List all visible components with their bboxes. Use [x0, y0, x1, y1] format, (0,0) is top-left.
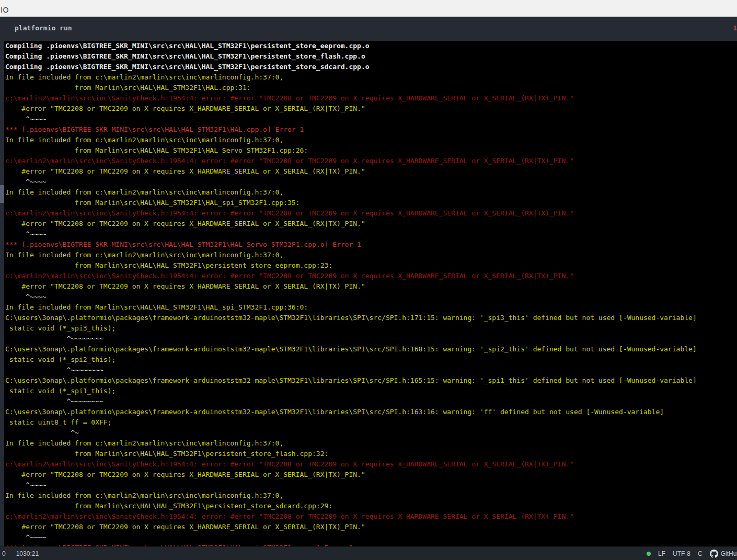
encoding-indicator[interactable]: UTF-8: [673, 550, 690, 557]
app-window: IO platformio run 15 Compiling .pioenvs\…: [0, 0, 737, 560]
terminal-line: static uint8_t ff = 0XFF;: [5, 417, 737, 428]
cursor-position[interactable]: 1030:21: [16, 550, 39, 557]
terminal-line: #error "TMC2208 or TMC2209 on X requires…: [5, 104, 737, 114]
host-title-bar: IO: [0, 0, 737, 17]
eol-indicator[interactable]: LF: [658, 550, 665, 557]
terminal-line: C:\users\3onap\.platformio\packages\fram…: [5, 313, 737, 323]
terminal-line: from Marlin\src\HAL\HAL_STM32F1\persiste…: [5, 501, 737, 511]
terminal-scrollbar[interactable]: [0, 41, 4, 546]
language-mode[interactable]: C: [698, 550, 703, 557]
terminal-line: In file included from Marlin\src\HAL\HAL…: [5, 302, 737, 313]
title-bar-label: IO: [1, 6, 9, 14]
terminal-line: In file included from c:\marlin2\marlin\…: [5, 490, 737, 501]
terminal-line: In file included from c:\marlin2\marlin\…: [5, 72, 737, 83]
terminal-line: *** [.pioenvs\BIGTREE_SKR_MINI\src\src\H…: [5, 239, 737, 250]
terminal-line: ^~~~~~~~~: [5, 334, 737, 344]
terminal-line: from Marlin\src\HAL\HAL_STM32F1\HAL_spi_…: [5, 198, 737, 208]
terminal-line: static void (*_spi2_this);: [5, 355, 737, 365]
terminal-line: Compiling .pioenvs\BIGTREE_SKR_MINI\src\…: [5, 62, 737, 72]
terminal-line: c:\marlin2\marlin\src\inc\SanityCheck.h:…: [5, 93, 737, 104]
terminal-line: In file included from c:\marlin2\marlin\…: [5, 135, 737, 145]
github-icon: [710, 550, 718, 558]
terminal-output[interactable]: Compiling .pioenvs\BIGTREE_SKR_MINI\src\…: [0, 41, 737, 546]
terminal-line: Compiling .pioenvs\BIGTREE_SKR_MINI\src\…: [5, 51, 737, 62]
scrollbar-thumb[interactable]: [0, 185, 4, 203]
green-dot-icon: [647, 552, 651, 556]
terminal-line: #error "TMC2208 or TMC2209 on X requires…: [5, 522, 737, 532]
terminal-line: C:\users\3onap\.platformio\packages\fram…: [5, 344, 737, 355]
terminal-line: static void (*_spi1_this);: [5, 386, 737, 396]
terminal-line: C:\users\3onap\.platformio\packages\fram…: [5, 407, 737, 417]
terminal-line: c:\marlin2\marlin\src\inc\SanityCheck.h:…: [5, 271, 737, 281]
terminal-line: c:\marlin2\marlin\src\inc\SanityCheck.h:…: [5, 208, 737, 219]
task-title: platformio run: [15, 24, 72, 32]
terminal-line: #error "TMC2208 or TMC2209 on X requires…: [5, 166, 737, 177]
terminal-line: In file included from c:\marlin2\marlin\…: [5, 250, 737, 260]
status-bar-right: LF UTF-8 C GitHub: [647, 550, 737, 558]
terminal-line: In file included from c:\marlin2\marlin\…: [5, 187, 737, 198]
terminal-line: In file included from c:\marlin2\marlin\…: [5, 438, 737, 449]
terminal-line: Compiling .pioenvs\BIGTREE_SKR_MINI\src\…: [5, 41, 737, 51]
terminal-line: ^~~~~: [5, 292, 737, 302]
terminal-line: ^~~~~~~~~: [5, 396, 737, 407]
terminal-line: from Marlin\src\HAL\HAL_STM32F1\HAL_Serv…: [5, 145, 737, 156]
github-label: GitHub: [721, 550, 737, 557]
terminal-line: from Marlin\src\HAL\HAL_STM32F1\persiste…: [5, 449, 737, 459]
terminal-line: C:\users\3onap\.platformio\packages\fram…: [5, 375, 737, 386]
terminal-line: ^~~~~~~~~: [5, 365, 737, 375]
terminal-line: ^~~~~: [5, 114, 737, 124]
terminal-line: ^~: [5, 428, 737, 438]
terminal-line: static void (*_spi3_this);: [5, 323, 737, 334]
terminal-line: from Marlin\src\HAL\HAL_STM32F1\HAL.cpp:…: [5, 83, 737, 93]
terminal-line: ^~~~~: [5, 480, 737, 490]
terminal-line: from Marlin\src\HAL\HAL_STM32F1\persiste…: [5, 260, 737, 271]
terminal-line: c:\marlin2\marlin\src\inc\SanityCheck.h:…: [5, 459, 737, 470]
terminal-line: *** [.pioenvs\BIGTREE_SKR_MINI\src\src\H…: [5, 543, 737, 546]
terminal-line: ^~~~~: [5, 177, 737, 187]
panel-badge-count: 15: [733, 25, 737, 32]
terminal-line: c:\marlin2\marlin\src\inc\SanityCheck.h:…: [5, 156, 737, 166]
terminal-panel-header[interactable]: platformio run 15: [0, 17, 737, 41]
terminal-line: c:\marlin2\marlin\src\inc\SanityCheck.h:…: [5, 511, 737, 522]
github-status[interactable]: GitHub: [710, 550, 737, 558]
terminal-line: #error "TMC2208 or TMC2209 on X requires…: [5, 470, 737, 480]
terminal-line: #error "TMC2208 or TMC2209 on X requires…: [5, 219, 737, 229]
problems-count[interactable]: 0: [2, 550, 6, 557]
terminal-line: #error "TMC2208 or TMC2209 on X requires…: [5, 281, 737, 292]
terminal-line: ^~~~~: [5, 229, 737, 239]
status-bar: 0 1030:21 LF UTF-8 C GitHub: [0, 546, 737, 560]
terminal-line: ^~~~~: [5, 532, 737, 543]
terminal-line: *** [.pioenvs\BIGTREE_SKR_MINI\src\src\H…: [5, 124, 737, 135]
sync-status[interactable]: [647, 552, 651, 556]
status-bar-left: 0 1030:21: [0, 550, 39, 557]
